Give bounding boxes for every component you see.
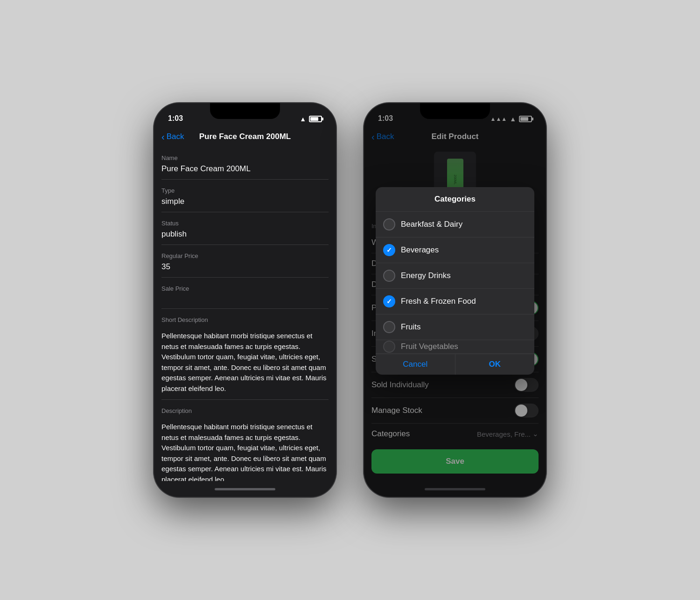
status-label: Status bbox=[161, 220, 329, 227]
description-label: Description bbox=[161, 407, 329, 414]
time: 1:03 bbox=[168, 114, 187, 123]
short-description-value[interactable]: Pellentesque habitant morbi tristique se… bbox=[161, 326, 329, 400]
battery-icon bbox=[309, 116, 322, 122]
checkbox-energy[interactable] bbox=[383, 270, 395, 282]
description-value[interactable]: Pellentesque habitant morbi tristique se… bbox=[161, 417, 329, 481]
dialog-ok-button[interactable]: OK bbox=[455, 354, 535, 375]
name-value[interactable]: Pure Face Cream 200ML bbox=[161, 164, 329, 180]
back-label: Back bbox=[167, 132, 184, 141]
sale-price-label: Sale Price bbox=[161, 285, 329, 292]
categories-dialog: Categories Bearkfast & Dairy Beverages E… bbox=[376, 187, 534, 375]
content-area: Name Pure Face Cream 200ML Type simple S… bbox=[154, 147, 336, 481]
sale-price-value[interactable] bbox=[161, 295, 329, 309]
dialog-title: Categories bbox=[376, 187, 534, 212]
dialog-item-energy[interactable]: Energy Drinks bbox=[376, 263, 534, 289]
chevron-left-icon: ‹ bbox=[161, 132, 165, 141]
dialog-item-label-energy: Energy Drinks bbox=[401, 271, 451, 280]
back-button[interactable]: ‹ Back bbox=[161, 132, 184, 141]
name-label: Name bbox=[161, 154, 329, 161]
type-label: Type bbox=[161, 187, 329, 194]
dialog-item-fruits[interactable]: Fruits bbox=[376, 314, 534, 340]
dialog-overlay: Categories Bearkfast & Dairy Beverages E… bbox=[364, 103, 546, 497]
dialog-item-label-fruits: Fruits bbox=[401, 322, 421, 332]
home-bar bbox=[215, 488, 275, 490]
nav-title: Pure Face Cream 200ML bbox=[199, 132, 291, 141]
regular-price-label: Regular Price bbox=[161, 252, 329, 259]
right-phone: 1:03 ▲▲▲ ▲ ‹ Back Edit Product bbox=[364, 103, 546, 497]
regular-price-value[interactable]: 35 bbox=[161, 262, 329, 278]
screen-right: 1:03 ▲▲▲ ▲ ‹ Back Edit Product bbox=[364, 103, 546, 497]
checkbox-fresh[interactable] bbox=[383, 295, 395, 307]
wifi-icon: ▲ bbox=[300, 115, 306, 123]
dialog-cancel-button[interactable]: Cancel bbox=[376, 354, 455, 375]
status-value[interactable]: publish bbox=[161, 230, 329, 245]
battery-fill bbox=[310, 117, 318, 121]
type-value[interactable]: simple bbox=[161, 197, 329, 212]
status-icons: ▲ bbox=[300, 115, 322, 123]
checkbox-breakfast[interactable] bbox=[383, 218, 395, 230]
dialog-item-fresh[interactable]: Fresh & Frozen Food bbox=[376, 289, 534, 314]
left-phone: 1:03 ▲ ‹ Back Pure Face Cream 200ML Name… bbox=[154, 103, 336, 497]
dialog-actions: Cancel OK bbox=[376, 354, 534, 375]
checkbox-beverages[interactable] bbox=[383, 244, 395, 256]
dialog-item-beverages[interactable]: Beverages bbox=[376, 237, 534, 263]
dialog-item-label-beverages: Beverages bbox=[401, 245, 439, 255]
scroll-area[interactable]: Name Pure Face Cream 200ML Type simple S… bbox=[154, 147, 336, 481]
dialog-item-label-fresh: Fresh & Frozen Food bbox=[401, 297, 476, 306]
short-description-label: Short Description bbox=[161, 316, 329, 323]
nav-bar: ‹ Back Pure Face Cream 200ML bbox=[154, 126, 336, 147]
home-indicator bbox=[154, 481, 336, 497]
notch bbox=[210, 103, 280, 119]
checkbox-fruits[interactable] bbox=[383, 321, 395, 333]
dialog-item-partial[interactable]: Fruit Vegetables bbox=[376, 340, 534, 354]
dialog-item-breakfast[interactable]: Bearkfast & Dairy bbox=[376, 212, 534, 237]
notch-right bbox=[420, 103, 490, 119]
dialog-item-label-breakfast: Bearkfast & Dairy bbox=[401, 220, 462, 229]
checkbox-partial[interactable] bbox=[383, 341, 395, 353]
screen: 1:03 ▲ ‹ Back Pure Face Cream 200ML Name… bbox=[154, 103, 336, 497]
dialog-item-label-partial: Fruit Vegetables bbox=[401, 342, 458, 351]
